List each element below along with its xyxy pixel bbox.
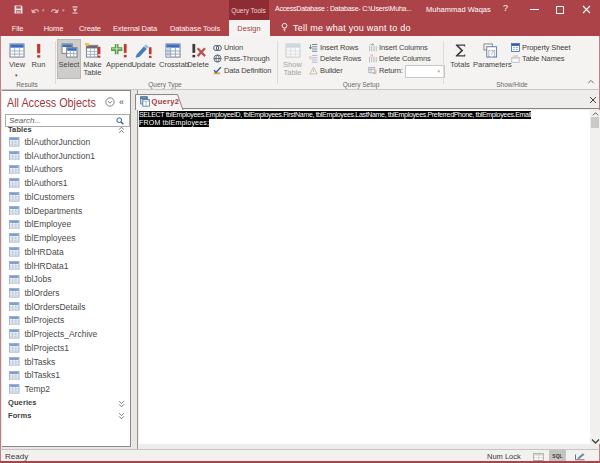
svg-text:[?]: [?] bbox=[488, 49, 495, 57]
